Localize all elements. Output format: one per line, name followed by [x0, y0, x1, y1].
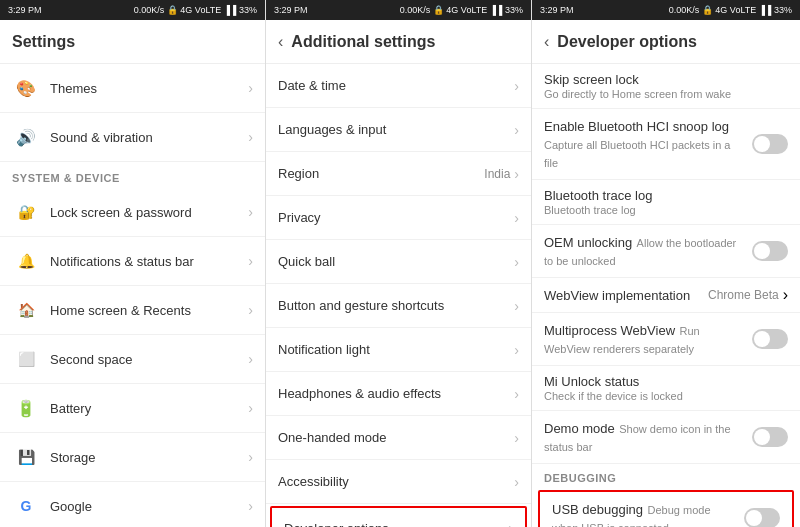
menu-item-sound[interactable]: 🔊 Sound & vibration › — [0, 113, 265, 162]
menu-item-headphones[interactable]: Headphones & audio effects › — [266, 372, 531, 416]
settings-content: 🎨 Themes › 🔊 Sound & vibration › SYSTEM … — [0, 64, 265, 527]
chevron-icon: › — [248, 351, 253, 367]
panel-additional-settings: 3:29 PM 0.00K/s 🔒 4G VoLTE ▐▐ 33% ‹ Addi… — [266, 0, 532, 527]
mi-unlock-title: Mi Unlock status — [544, 374, 788, 389]
notif-label: Notifications & status bar — [50, 254, 244, 269]
chevron-icon: › — [514, 386, 519, 402]
multiprocess-title: Multiprocess WebView — [544, 323, 675, 338]
icons-3: 0.00K/s 🔒 4G VoLTE ▐▐ 33% — [669, 5, 792, 15]
menu-item-themes[interactable]: 🎨 Themes › — [0, 64, 265, 113]
time-1: 3:29 PM — [8, 5, 42, 15]
sound-label: Sound & vibration — [50, 130, 244, 145]
menu-item-date-time[interactable]: Date & time › — [266, 64, 531, 108]
dev-item-multiprocess[interactable]: Multiprocess WebView Run WebView rendere… — [532, 313, 800, 366]
demo-title: Demo mode — [544, 421, 615, 436]
storage-icon: 💾 — [12, 443, 40, 471]
additional-settings-title: Additional settings — [291, 33, 435, 51]
dev-item-oem[interactable]: OEM unlocking Allow the bootloader to be… — [532, 225, 800, 278]
chevron-icon: › — [248, 498, 253, 514]
bt-trace-sub: Bluetooth trace log — [544, 204, 788, 216]
themes-label: Themes — [50, 81, 244, 96]
bt-trace-title: Bluetooth trace log — [544, 188, 788, 203]
one-handed-label: One-handed mode — [278, 430, 510, 445]
chevron-icon: › — [248, 449, 253, 465]
time-2: 3:29 PM — [274, 5, 308, 15]
battery-icon: 🔋 — [12, 394, 40, 422]
chevron-icon: › — [248, 400, 253, 416]
chevron-icon: › — [514, 342, 519, 358]
skip-lock-title: Skip screen lock — [544, 72, 788, 87]
dev-item-bt-trace[interactable]: Bluetooth trace log Bluetooth trace log — [532, 180, 800, 225]
region-label: Region — [278, 166, 484, 181]
menu-item-lock[interactable]: 🔐 Lock screen & password › — [0, 188, 265, 237]
back-arrow-icon-2[interactable]: ‹ — [544, 33, 549, 51]
menu-item-quick-ball[interactable]: Quick ball › — [266, 240, 531, 284]
chevron-icon: › — [514, 122, 519, 138]
dev-item-bt-hci[interactable]: Enable Bluetooth HCI snoop log Capture a… — [532, 109, 800, 180]
space-icon: ⬜ — [12, 345, 40, 373]
additional-settings-content: Date & time › Languages & input › Region… — [266, 64, 531, 527]
menu-item-google[interactable]: G Google › — [0, 482, 265, 527]
oem-toggle[interactable] — [752, 241, 788, 261]
dev-item-usb-debugging[interactable]: USB debugging Debug mode when USB is con… — [538, 490, 794, 527]
status-bar-1: 3:29 PM 0.00K/s 🔒 4G VoLTE ▐▐ 33% — [0, 0, 265, 20]
webview-title: WebView implementation — [544, 288, 690, 303]
panel-settings: 3:29 PM 0.00K/s 🔒 4G VoLTE ▐▐ 33% Settin… — [0, 0, 266, 527]
developer-options-label: Developer options — [284, 521, 504, 528]
demo-toggle[interactable] — [752, 427, 788, 447]
usb-debug-toggle[interactable] — [744, 508, 780, 527]
battery-label: Battery — [50, 401, 244, 416]
lock-label: Lock screen & password — [50, 205, 244, 220]
chevron-icon: › — [248, 253, 253, 269]
chevron-icon: › — [508, 520, 513, 527]
menu-item-home[interactable]: 🏠 Home screen & Recents › — [0, 286, 265, 335]
quick-ball-label: Quick ball — [278, 254, 510, 269]
date-time-label: Date & time — [278, 78, 510, 93]
chevron-icon: › — [514, 210, 519, 226]
menu-item-languages[interactable]: Languages & input › — [266, 108, 531, 152]
time-3: 3:29 PM — [540, 5, 574, 15]
settings-title: Settings — [12, 33, 75, 51]
themes-icon: 🎨 — [12, 74, 40, 102]
multiprocess-toggle[interactable] — [752, 329, 788, 349]
dev-item-skip-lock[interactable]: Skip screen lock Go directly to Home scr… — [532, 64, 800, 109]
mi-unlock-sub: Check if the device is locked — [544, 390, 788, 402]
menu-item-accessibility[interactable]: Accessibility › — [266, 460, 531, 504]
status-bar-3: 3:29 PM 0.00K/s 🔒 4G VoLTE ▐▐ 33% — [532, 0, 800, 20]
developer-options-content: Skip screen lock Go directly to Home scr… — [532, 64, 800, 527]
debugging-section-label: DEBUGGING — [532, 464, 800, 488]
icons-2: 0.00K/s 🔒 4G VoLTE ▐▐ 33% — [400, 5, 523, 15]
notification-light-label: Notification light — [278, 342, 510, 357]
dev-item-demo[interactable]: Demo mode Show demo icon in the status b… — [532, 411, 800, 464]
privacy-label: Privacy — [278, 210, 510, 225]
menu-item-storage[interactable]: 💾 Storage › — [0, 433, 265, 482]
menu-item-button-gesture[interactable]: Button and gesture shortcuts › — [266, 284, 531, 328]
back-arrow-icon[interactable]: ‹ — [278, 33, 283, 51]
menu-item-privacy[interactable]: Privacy › — [266, 196, 531, 240]
chevron-icon: › — [514, 474, 519, 490]
system-section-label: SYSTEM & DEVICE — [0, 162, 265, 188]
bt-hci-sub: Capture all Bluetooth HCI packets in a f… — [544, 139, 731, 169]
menu-item-one-handed[interactable]: One-handed mode › — [266, 416, 531, 460]
chevron-icon: › — [248, 204, 253, 220]
region-value: India — [484, 167, 510, 181]
second-space-label: Second space — [50, 352, 244, 367]
menu-item-region[interactable]: Region India › — [266, 152, 531, 196]
panels-container: 3:29 PM 0.00K/s 🔒 4G VoLTE ▐▐ 33% Settin… — [0, 0, 800, 527]
menu-item-notif[interactable]: 🔔 Notifications & status bar › — [0, 237, 265, 286]
menu-item-battery[interactable]: 🔋 Battery › — [0, 384, 265, 433]
menu-item-developer-options[interactable]: Developer options › — [270, 506, 527, 527]
bt-hci-toggle[interactable] — [752, 134, 788, 154]
notif-icon: 🔔 — [12, 247, 40, 275]
oem-title: OEM unlocking — [544, 235, 632, 250]
google-icon: G — [12, 492, 40, 520]
menu-item-second-space[interactable]: ⬜ Second space › — [0, 335, 265, 384]
lock-icon: 🔐 — [12, 198, 40, 226]
menu-item-notification-light[interactable]: Notification light › — [266, 328, 531, 372]
home-icon: 🏠 — [12, 296, 40, 324]
button-gesture-label: Button and gesture shortcuts — [278, 298, 510, 313]
chevron-icon: › — [783, 286, 788, 304]
dev-item-webview[interactable]: WebView implementation Chrome Beta › — [532, 278, 800, 313]
dev-item-mi-unlock[interactable]: Mi Unlock status Check if the device is … — [532, 366, 800, 411]
google-label: Google — [50, 499, 244, 514]
